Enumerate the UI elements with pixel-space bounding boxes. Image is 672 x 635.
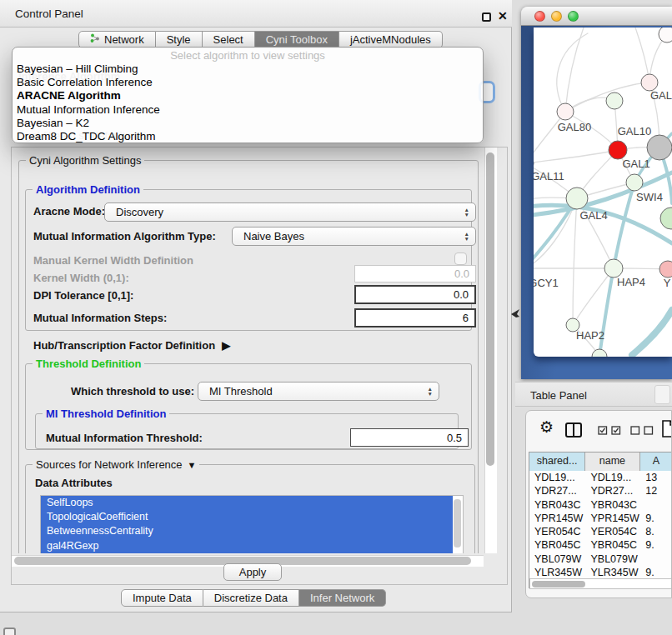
tab-infer-network[interactable]: Infer Network: [299, 589, 386, 607]
tab-label: Impute Data: [133, 592, 192, 604]
algorithm-item-dream8-dc-tdc-algorithm[interactable]: Dream8 DC_TDC Algorithm: [13, 130, 483, 143]
attribute-item-betweennesscentrality[interactable]: BetweennessCentrality: [41, 524, 453, 538]
network-node-gal1[interactable]: [609, 141, 627, 159]
tab-impute-data[interactable]: Impute Data: [121, 589, 203, 607]
tab-select[interactable]: Select: [203, 31, 255, 48]
algorithm-item-basic-correlation-inference[interactable]: Basic Correlation Inference: [13, 76, 483, 89]
settings-scroll-viewport: Cyni Algorithm Settings Algorithm Defini…: [12, 148, 484, 553]
minimize-button[interactable]: [551, 11, 562, 22]
tab-label: Select: [213, 33, 243, 46]
table-horizontal-scrollbar[interactable]: [529, 578, 672, 589]
column-header-shared[interactable]: shared...: [529, 452, 585, 471]
column-header-name[interactable]: name: [585, 452, 639, 471]
table-row-ybr045c[interactable]: YBR045CYBR045C9.: [529, 538, 672, 552]
table-row-ypr145w[interactable]: YPR145WYPR145W9.: [529, 512, 672, 525]
network-node[interactable]: [660, 208, 672, 229]
split-pane-icon[interactable]: [565, 422, 582, 441]
tab-jactivemnodules[interactable]: jActiveMNodules: [339, 31, 443, 48]
hub-definition-toggle[interactable]: Hub/Transcription Factor Definition▶: [33, 338, 230, 353]
algorithm-item-aracne-algorithm[interactable]: ARACNE Algorithm: [13, 89, 483, 102]
network-edge[interactable]: [534, 112, 565, 163]
network-node-gal10[interactable]: [606, 92, 623, 109]
network-node-swi4[interactable]: [626, 174, 643, 191]
document-icon[interactable]: [662, 420, 672, 441]
table-panel-titlebar[interactable]: Table Panel: [515, 382, 672, 407]
table-row-ybr043c[interactable]: YBR043CYBR043C: [529, 498, 672, 512]
network-edge[interactable]: [534, 150, 618, 163]
algorithm-item-mutual-information-inference[interactable]: Mutual Information Inference: [13, 103, 483, 117]
control-panel-titlebar[interactable]: Control Panel ✕: [0, 0, 512, 28]
table-row-ydl19[interactable]: YDL19...YDL19...13: [529, 471, 672, 484]
expanded-arrow-icon[interactable]: ▼: [188, 460, 197, 470]
which-threshold-combobox[interactable]: MI Threshold ▲▼: [198, 382, 439, 401]
tab-discretize-data[interactable]: Discretize Data: [203, 589, 299, 607]
apply-button[interactable]: Apply: [223, 563, 282, 581]
network-node-gal80[interactable]: [557, 103, 574, 120]
cyni-bottom-tabs: Impute DataDiscretize DataInfer Network: [121, 589, 386, 607]
stepper-arrows-icon: ▲▼: [464, 232, 469, 242]
data-attributes-list[interactable]: SelfLoopsTopologicalCoefficientBetweenne…: [40, 495, 464, 553]
gear-icon[interactable]: ⚙: [539, 418, 554, 437]
table-row-ylr345w[interactable]: YLR345WYLR345W9.: [529, 566, 672, 578]
select-all-columns-icon[interactable]: [598, 426, 621, 435]
network-node[interactable]: [659, 28, 672, 42]
mi-threshold-field[interactable]: [350, 428, 469, 447]
mi-steps-field[interactable]: [354, 308, 476, 328]
mi-type-label: Mutual Information Algorithm Type:: [33, 229, 216, 244]
dpi-tolerance-field[interactable]: [354, 285, 476, 304]
close-icon[interactable]: ✕: [498, 9, 508, 22]
aracne-mode-combobox[interactable]: Discovery ▲▼: [104, 202, 476, 222]
algorithm-item-bayesian-hill-climbing[interactable]: Bayesian – Hill Climbing: [13, 62, 483, 76]
algorithm-item-bayesian-k2[interactable]: Bayesian – K2: [13, 117, 483, 130]
which-threshold-value: MI Threshold: [209, 385, 273, 398]
table-row-yer054c[interactable]: YER054CYER054C8.: [529, 525, 672, 538]
table-cell: YER054C: [529, 525, 585, 538]
table-cell: YLR345W: [529, 566, 585, 578]
attribute-item-selfloops[interactable]: SelfLoops: [41, 496, 453, 510]
network-node-gal4[interactable]: [566, 188, 588, 209]
table-cell: YBR043C: [529, 498, 585, 512]
manual-kernel-checkbox[interactable]: [454, 252, 467, 265]
node-label-gcy1: GCY1: [534, 277, 559, 289]
table-row-ybl079w[interactable]: YBL079WYBL079W: [529, 552, 672, 566]
network-node-hap4[interactable]: [604, 259, 623, 278]
table-cell: 13: [640, 471, 672, 484]
kernel-width-field[interactable]: [354, 265, 476, 282]
network-edge[interactable]: [573, 198, 577, 325]
network-window-titlebar[interactable]: [521, 7, 672, 26]
attribute-item-topologicalcoefficient[interactable]: TopologicalCoefficient: [41, 510, 453, 524]
close-button[interactable]: [534, 11, 545, 22]
column-header-a[interactable]: A: [640, 452, 672, 471]
network-node[interactable]: [592, 349, 607, 357]
network-edge[interactable]: [557, 33, 588, 112]
mi-type-combobox[interactable]: Naive Bayes ▲▼: [232, 227, 476, 246]
tab-style[interactable]: Style: [156, 31, 203, 48]
network-graph[interactable]: GALGAL80GAL10GAL1GAL11SWI4GAL4GCY1HAP4YH…: [534, 28, 672, 357]
network-canvas[interactable]: GALGAL80GAL10GAL1GAL11SWI4GAL4GCY1HAP4YH…: [534, 28, 672, 357]
table-cell: YBL079W: [585, 552, 640, 566]
dock-panel-icon[interactable]: [3, 628, 16, 635]
network-edge[interactable]: [565, 28, 584, 112]
deselect-all-columns-icon[interactable]: [630, 426, 654, 435]
attribute-list-scrollbar[interactable]: [454, 499, 461, 548]
table-scroll-thumb[interactable]: [532, 581, 585, 588]
table-row-ydr27[interactable]: YDR27...YDR27...12: [529, 484, 672, 498]
collapsed-arrow-icon[interactable]: ▶: [222, 339, 230, 352]
tab-cyni-toolbox[interactable]: Cyni Toolbox: [255, 31, 339, 48]
settings-vertical-scroll-thumb[interactable]: [486, 152, 494, 466]
attribute-item-gal4rgexp[interactable]: gal4RGexp: [41, 539, 453, 553]
network-edge[interactable]: [599, 268, 614, 356]
sources-title[interactable]: Sources for Network Inference▼: [33, 458, 199, 471]
which-threshold-label: Which threshold to use:: [71, 384, 194, 399]
zoom-button[interactable]: [568, 11, 579, 22]
network-node[interactable]: [647, 135, 672, 160]
tab-network[interactable]: Network: [78, 31, 156, 48]
table-cell: YDL19...: [529, 471, 585, 484]
table-panel-corner-button[interactable]: [654, 385, 670, 404]
network-node-y[interactable]: [659, 261, 672, 278]
network-node-gal[interactable]: [641, 74, 658, 91]
table-cell: 9.: [640, 538, 672, 552]
float-window-icon[interactable]: [482, 12, 491, 22]
network-edge[interactable]: [632, 310, 672, 355]
table-cell: YDR27...: [529, 484, 585, 498]
